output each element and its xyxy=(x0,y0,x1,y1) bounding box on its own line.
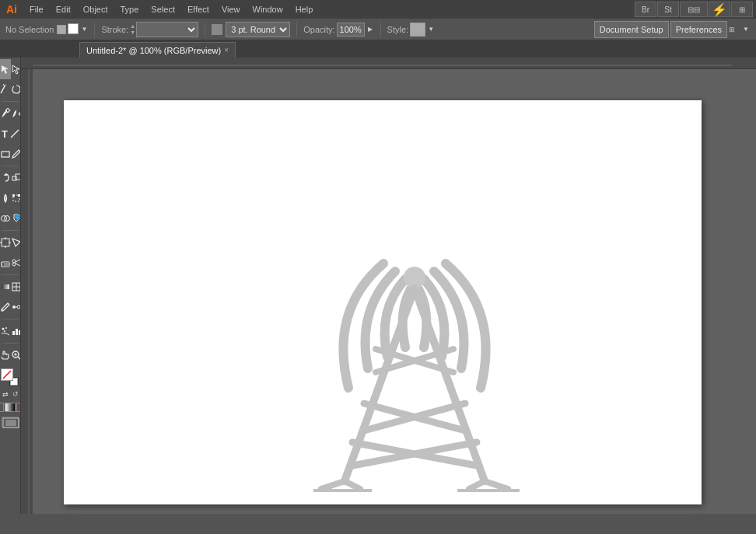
tool-row-2 xyxy=(0,79,20,99)
stroke-style-select[interactable] xyxy=(136,22,198,37)
menu-help[interactable]: Help xyxy=(289,0,320,19)
fill-dropdown[interactable]: ▼ xyxy=(80,26,88,33)
arrange-dropdown[interactable]: ▼ xyxy=(743,26,751,33)
stroke-width-icon[interactable] xyxy=(212,24,222,35)
gradient-tool[interactable] xyxy=(0,277,11,297)
menu-file[interactable]: File xyxy=(23,0,50,19)
tool-row-5 xyxy=(0,144,20,164)
preferences-button[interactable]: Preferences xyxy=(670,21,727,38)
zoom-tool[interactable] xyxy=(11,345,21,365)
tab-close-button[interactable]: × xyxy=(224,46,229,54)
pencil-tool[interactable] xyxy=(11,144,21,164)
reset-colors-btn[interactable]: ↺ xyxy=(12,390,19,398)
menu-type[interactable]: Type xyxy=(114,0,145,19)
warp-tool[interactable] xyxy=(0,188,11,208)
menu-effect[interactable]: Effect xyxy=(181,0,215,19)
style-swatch[interactable] xyxy=(410,23,425,37)
screen-mode-row xyxy=(0,415,20,429)
type-tool[interactable]: T xyxy=(0,124,9,144)
direct-selection-tool[interactable] xyxy=(11,59,21,79)
left-toolbar: + T xyxy=(0,58,21,514)
workspace-icon-btn[interactable]: ⊟⊟ xyxy=(680,2,708,17)
stock-icon-btn[interactable]: St xyxy=(657,2,679,17)
document-tab[interactable]: Untitled-2* @ 100% (RGB/Preview) × xyxy=(79,42,236,58)
opacity-input[interactable]: 100% xyxy=(337,23,365,37)
selection-label: No Selection xyxy=(5,25,54,34)
svg-rect-38 xyxy=(12,331,15,335)
menu-items: File Edit Object Type Select Effect View… xyxy=(23,0,319,19)
sep4 xyxy=(380,23,381,37)
fill-color-swatch[interactable] xyxy=(57,25,66,34)
gpu-icon-btn[interactable]: ⚡ xyxy=(709,2,730,17)
stroke-round-select[interactable]: 3 pt. Round xyxy=(226,22,290,37)
magic-wand-tool[interactable] xyxy=(0,79,11,99)
canvas-area: ruler ticks xyxy=(21,58,756,514)
rectangle-tool[interactable] xyxy=(0,144,11,164)
arrange-icon-btn[interactable]: ⊞ xyxy=(731,2,753,17)
stroke-arrows[interactable]: ▲ ▼ xyxy=(130,23,135,35)
document-setup-button[interactable]: Document Setup xyxy=(594,21,669,38)
style-label: Style: xyxy=(387,25,409,34)
fill-swatch[interactable] xyxy=(68,23,79,34)
svg-line-62 xyxy=(321,481,345,489)
svg-text:🪣: 🪣 xyxy=(15,215,21,221)
opacity-arrow[interactable]: ▶ xyxy=(366,26,374,33)
fill-stroke-stacked xyxy=(1,368,19,387)
column-graph-tool[interactable] xyxy=(11,321,21,341)
bridge-icon-btn[interactable]: Br xyxy=(635,2,656,17)
color-mode-btn[interactable] xyxy=(0,403,4,412)
swap-colors-btn[interactable]: ⇄ xyxy=(2,390,9,398)
scissors-tool[interactable] xyxy=(11,253,21,273)
menu-object[interactable]: Object xyxy=(77,0,114,19)
sep2 xyxy=(205,23,205,37)
fill-color-box[interactable] xyxy=(1,368,13,381)
menu-view[interactable]: View xyxy=(215,0,247,19)
live-paint-tool[interactable]: 🪣 xyxy=(11,208,21,229)
menu-window[interactable]: Window xyxy=(247,0,289,19)
svg-line-65 xyxy=(485,481,508,489)
svg-line-26 xyxy=(16,264,20,266)
scale-tool[interactable] xyxy=(11,168,21,188)
selection-tool[interactable] xyxy=(0,59,11,79)
svg-rect-39 xyxy=(16,329,18,335)
menu-bar: Ai File Edit Object Type Select Effect V… xyxy=(0,0,756,19)
svg-rect-16 xyxy=(2,239,9,246)
tool-sep-3 xyxy=(2,230,19,231)
mesh-tool[interactable] xyxy=(11,277,21,297)
tool-sep-2 xyxy=(2,166,19,166)
top-toolbar: No Selection ▼ Stroke: ▲ ▼ 3 pt. Round O… xyxy=(0,19,756,40)
gradient-mode-btn[interactable] xyxy=(5,403,16,412)
eyedropper-tool[interactable] xyxy=(0,297,11,317)
svg-rect-27 xyxy=(2,284,9,289)
hand-tool[interactable] xyxy=(0,345,11,365)
pen-tool[interactable] xyxy=(0,103,11,124)
menu-edit[interactable]: Edit xyxy=(50,0,77,19)
canvas-with-ruler xyxy=(21,69,756,514)
tool-row-1 xyxy=(0,59,20,79)
artboard-tool[interactable] xyxy=(0,232,11,253)
svg-line-25 xyxy=(16,260,20,262)
top-ruler: ruler ticks xyxy=(21,58,756,69)
symbol-sprayer-tool[interactable] xyxy=(0,321,11,341)
menu-select[interactable]: Select xyxy=(145,0,181,19)
lasso-tool[interactable] xyxy=(11,79,21,99)
tool-row-4: T xyxy=(0,124,20,144)
line-segment-tool[interactable] xyxy=(9,124,20,144)
blend-tool[interactable] xyxy=(11,297,21,317)
add-anchor-tool[interactable]: + xyxy=(11,103,21,124)
tool-sep-6 xyxy=(2,343,19,344)
rotate-tool[interactable] xyxy=(0,168,11,188)
arrange-btn[interactable]: ⊞ xyxy=(729,26,741,33)
tool-row-13 xyxy=(0,321,20,341)
free-transform-tool[interactable] xyxy=(11,188,21,208)
slice-tool[interactable] xyxy=(11,232,21,253)
fill-stroke-mini xyxy=(68,23,79,36)
shape-builder-tool[interactable] xyxy=(0,208,11,229)
style-dropdown[interactable]: ▼ xyxy=(427,26,435,33)
tool-row-8: 🪣 xyxy=(0,208,20,229)
tool-row-12 xyxy=(0,297,20,317)
screen-mode-btn[interactable] xyxy=(2,417,19,428)
eraser-tool[interactable] xyxy=(0,253,11,273)
svg-rect-40 xyxy=(19,330,20,335)
svg-rect-12 xyxy=(18,194,20,197)
